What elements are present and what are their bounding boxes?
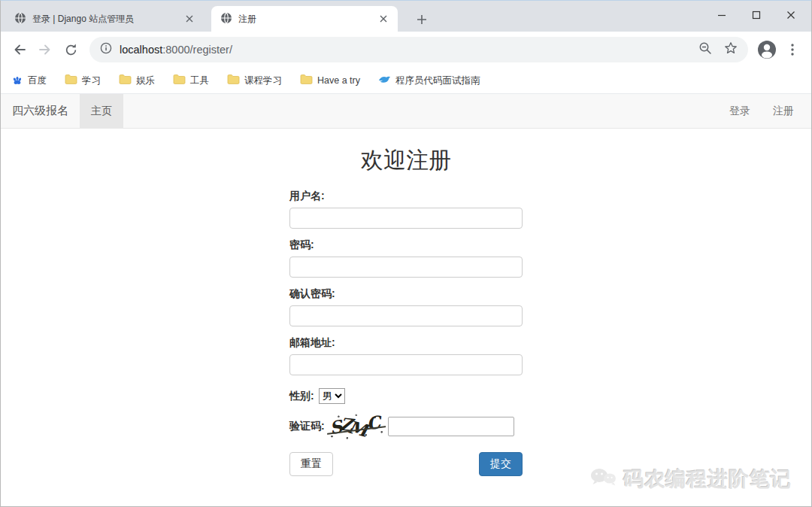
site-navbar: 四六级报名 主页 登录 注册	[1, 94, 811, 129]
tab-strip: 登录 | Django 站点管理员 注册	[1, 1, 811, 32]
nav-item-register[interactable]: 注册	[762, 94, 805, 128]
captcha-group: 验证码: SZMC	[289, 413, 523, 440]
bookmark-baidu[interactable]: 百度	[11, 74, 47, 88]
password-field[interactable]	[289, 257, 523, 278]
bookmark-label: 学习	[82, 74, 101, 87]
email-field[interactable]	[289, 354, 523, 375]
bookmark-interview-guide[interactable]: 程序员代码面试指南	[378, 74, 480, 87]
gender-group: 性别: 男	[289, 388, 523, 404]
reload-icon[interactable]	[58, 37, 83, 62]
back-icon[interactable]	[7, 37, 32, 62]
watermark-text: 码农编程进阶笔记	[623, 466, 792, 493]
email-group: 邮箱地址:	[289, 336, 523, 385]
bookmark-label: 程序员代码面试指南	[395, 74, 480, 87]
bird-icon	[378, 74, 391, 87]
folder-icon	[173, 74, 186, 87]
register-form: 欢迎注册 用户名: 密码: 确认密码: 邮箱地址: 性别: 男	[289, 129, 523, 476]
captcha-image: SZMC	[326, 412, 386, 440]
bookmark-folder-course[interactable]: 课程学习	[227, 74, 282, 87]
folder-icon	[65, 74, 77, 87]
folder-icon	[300, 74, 313, 87]
navbar-right: 登录 注册	[718, 94, 811, 128]
password-group: 密码:	[289, 238, 523, 287]
captcha-field[interactable]	[388, 417, 514, 436]
username-field[interactable]	[289, 208, 523, 229]
profile-avatar-icon[interactable]	[754, 37, 780, 62]
tab-title: 登录 | Django 站点管理员	[32, 13, 177, 26]
globe-icon	[14, 12, 26, 26]
baidu-paw-icon	[11, 74, 23, 88]
form-actions: 重置 提交	[289, 452, 523, 476]
captcha-label: 验证码:	[289, 420, 325, 433]
confirm-password-group: 确认密码:	[289, 287, 523, 336]
nav-item-home[interactable]: 主页	[80, 94, 123, 128]
gender-select[interactable]: 男	[319, 388, 345, 404]
forward-icon[interactable]	[32, 37, 58, 62]
bookmarks-bar: 百度 学习 娱乐 工具 课程学习	[1, 68, 811, 94]
url-host: localhost	[120, 44, 162, 56]
new-tab-icon[interactable]	[411, 9, 432, 30]
reset-button[interactable]: 重置	[289, 452, 333, 476]
bookmark-folder-study[interactable]: 学习	[65, 74, 101, 87]
folder-icon	[119, 74, 132, 87]
info-icon[interactable]	[100, 42, 112, 57]
close-window-icon[interactable]	[774, 4, 808, 26]
nav-item-login[interactable]: 登录	[718, 94, 762, 128]
globe-icon	[220, 12, 232, 26]
minimize-icon[interactable]	[704, 4, 739, 26]
url-text: localhost:8000/register/	[120, 44, 698, 56]
page-content: 四六级报名 主页 登录 注册 欢迎注册 用户名: 密码: 确认密码:	[1, 94, 811, 506]
browser-toolbar: localhost:8000/register/	[1, 32, 811, 68]
bookmark-star-icon[interactable]	[724, 41, 738, 58]
confirm-password-label: 确认密码:	[289, 287, 523, 301]
close-tab-icon[interactable]	[377, 12, 390, 26]
watermark: 码农编程进阶笔记	[589, 466, 792, 493]
bookmark-label: 课程学习	[244, 74, 282, 87]
username-label: 用户名:	[289, 190, 523, 203]
bookmark-label: Have a try	[317, 75, 360, 86]
address-bar[interactable]: localhost:8000/register/	[89, 37, 748, 62]
bookmark-folder-entertainment[interactable]: 娱乐	[119, 74, 155, 87]
window-controls	[704, 4, 808, 26]
page-title: 欢迎注册	[289, 145, 523, 176]
bookmark-folder-have-a-try[interactable]: Have a try	[300, 74, 360, 87]
password-label: 密码:	[289, 238, 523, 252]
tab-title: 注册	[238, 13, 371, 26]
wechat-icon	[589, 466, 617, 493]
url-path: :8000/register/	[162, 44, 232, 56]
folder-icon	[227, 74, 240, 87]
navbar-brand[interactable]: 四六级报名	[1, 94, 80, 128]
confirm-password-field[interactable]	[289, 305, 523, 326]
bookmark-label: 娱乐	[136, 74, 155, 87]
close-tab-icon[interactable]	[183, 12, 196, 26]
gender-label: 性别:	[289, 390, 314, 403]
maximize-icon[interactable]	[739, 4, 774, 26]
username-group: 用户名:	[289, 190, 523, 238]
email-label: 邮箱地址:	[289, 336, 523, 350]
bookmark-folder-tools[interactable]: 工具	[173, 74, 209, 87]
submit-button[interactable]: 提交	[479, 452, 523, 476]
browser-window: 登录 | Django 站点管理员 注册	[0, 0, 812, 507]
tab-register[interactable]: 注册	[211, 6, 398, 32]
menu-dots-icon[interactable]	[780, 37, 805, 62]
zoom-out-icon[interactable]	[698, 41, 712, 58]
bookmark-label: 百度	[28, 74, 47, 87]
tab-django-admin[interactable]: 登录 | Django 站点管理员	[5, 6, 204, 32]
bookmark-label: 工具	[190, 74, 209, 87]
